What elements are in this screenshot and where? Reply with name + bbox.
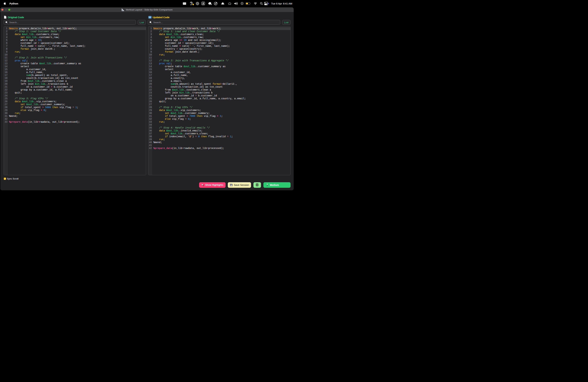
svg-text:NEW: NEW [149,17,151,18]
